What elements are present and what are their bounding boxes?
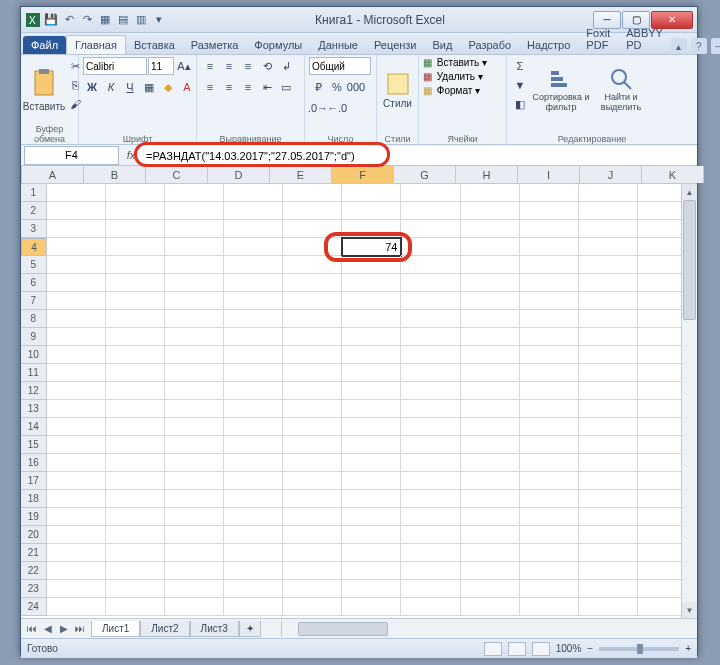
cell[interactable] [342,274,401,292]
cell[interactable] [401,418,460,436]
cell[interactable] [165,364,224,382]
grid-area[interactable]: 1234745678910111213141516171819202122232… [21,184,697,618]
col-header[interactable]: B [84,166,146,183]
cell[interactable] [342,454,401,472]
cell[interactable] [579,562,638,580]
cell[interactable] [283,364,342,382]
cell[interactable] [106,562,165,580]
cell[interactable] [47,436,106,454]
cell[interactable] [165,490,224,508]
cell[interactable] [342,220,401,238]
cell[interactable] [224,544,283,562]
cell[interactable] [401,184,460,202]
italic-icon[interactable]: К [102,78,120,96]
row-header[interactable]: 23 [21,580,47,598]
row-header[interactable]: 21 [21,544,47,562]
bold-icon[interactable]: Ж [83,78,101,96]
formula-input[interactable] [140,146,697,165]
col-header[interactable]: A [22,166,84,183]
sheet-tab[interactable]: Лист2 [140,621,189,637]
cell[interactable] [47,310,106,328]
cell[interactable] [283,418,342,436]
cell[interactable] [342,580,401,598]
cell[interactable] [106,544,165,562]
cell[interactable] [342,544,401,562]
cell[interactable] [461,382,520,400]
cell[interactable] [579,382,638,400]
cell[interactable] [461,490,520,508]
cell[interactable] [461,184,520,202]
cell[interactable] [579,580,638,598]
cell[interactable] [106,202,165,220]
cell[interactable] [106,184,165,202]
cell[interactable] [520,454,579,472]
cell[interactable] [461,526,520,544]
cell[interactable] [401,562,460,580]
cell[interactable] [461,256,520,274]
cell[interactable] [461,508,520,526]
tab-addins[interactable]: Надстро [519,36,578,54]
cell[interactable] [520,418,579,436]
format-cells-button[interactable]: ▦ Формат ▾ [423,85,480,96]
cell[interactable] [401,508,460,526]
cell[interactable] [520,382,579,400]
cell[interactable] [224,382,283,400]
sheet-tab[interactable]: Лист3 [190,621,239,637]
cell[interactable] [401,292,460,310]
cell[interactable] [401,400,460,418]
cell[interactable] [342,364,401,382]
dec-decimal-icon[interactable]: ←.0 [328,99,346,117]
scroll-thumb[interactable] [683,200,696,320]
cell[interactable]: 74 [342,238,401,256]
cell[interactable] [47,346,106,364]
font-color-icon[interactable]: A [178,78,196,96]
align-center-icon[interactable]: ≡ [220,78,238,96]
row-header[interactable]: 18 [21,490,47,508]
cell[interactable] [461,220,520,238]
cell[interactable] [47,238,106,256]
cell[interactable] [579,292,638,310]
find-select-button[interactable]: Найти и выделить [593,57,649,123]
cell[interactable] [224,364,283,382]
cell[interactable] [342,256,401,274]
cell[interactable] [106,436,165,454]
cell[interactable] [401,598,460,616]
cell[interactable] [47,598,106,616]
cell[interactable] [461,454,520,472]
cell[interactable] [165,580,224,598]
cell[interactable] [106,400,165,418]
row-header[interactable]: 1 [21,184,47,202]
cell[interactable] [461,346,520,364]
row-header[interactable]: 19 [21,508,47,526]
cell[interactable] [579,400,638,418]
cell[interactable] [165,238,224,256]
undo-icon[interactable]: ↶ [61,12,77,28]
cell[interactable] [283,184,342,202]
cell[interactable] [520,508,579,526]
cell[interactable] [283,472,342,490]
cell[interactable] [165,562,224,580]
col-header[interactable]: H [456,166,518,183]
view-break-icon[interactable] [532,642,550,656]
cell[interactable] [579,328,638,346]
cell[interactable] [401,382,460,400]
cell[interactable] [165,598,224,616]
styles-button[interactable]: Стили [381,57,414,123]
cell[interactable] [342,418,401,436]
col-header[interactable]: F [332,166,394,183]
cell[interactable] [520,274,579,292]
cell[interactable] [106,580,165,598]
cell[interactable] [579,274,638,292]
cell[interactable] [342,598,401,616]
cell[interactable] [106,256,165,274]
col-header[interactable]: D [208,166,270,183]
minimize-ribbon-icon[interactable]: ▴ [671,38,687,54]
cell[interactable] [283,274,342,292]
row-header[interactable]: 16 [21,454,47,472]
cell[interactable] [47,382,106,400]
cell[interactable] [47,220,106,238]
cell[interactable] [283,382,342,400]
cell[interactable] [579,598,638,616]
cell[interactable] [520,526,579,544]
cell[interactable] [106,346,165,364]
